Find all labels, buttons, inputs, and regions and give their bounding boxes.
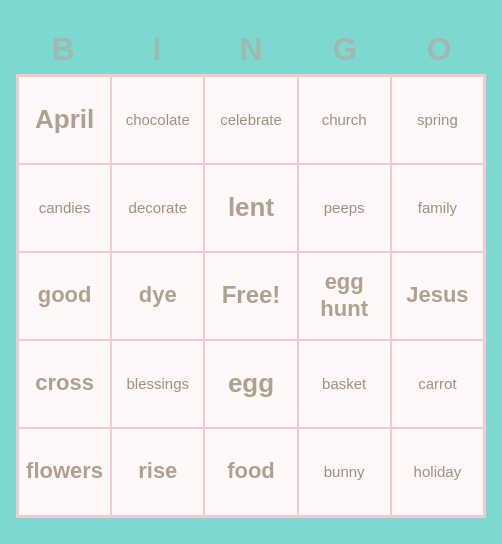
bingo-cell-14: Jesus	[391, 252, 484, 340]
bingo-grid: Aprilchocolatecelebratechurchspringcandi…	[16, 74, 486, 518]
header-letter-i: I	[110, 27, 204, 72]
header-letter-g: G	[298, 27, 392, 72]
bingo-cell-24: holiday	[391, 428, 484, 516]
header-letter-n: N	[204, 27, 298, 72]
bingo-cell-22: food	[204, 428, 297, 516]
bingo-cell-0: April	[18, 76, 111, 164]
bingo-cell-1: chocolate	[111, 76, 204, 164]
bingo-cell-18: basket	[298, 340, 391, 428]
bingo-cell-6: decorate	[111, 164, 204, 252]
bingo-cell-9: family	[391, 164, 484, 252]
bingo-cell-12: Free!	[204, 252, 297, 340]
bingo-header: BINGO	[16, 27, 486, 72]
bingo-cell-13: egg hunt	[298, 252, 391, 340]
bingo-cell-21: rise	[111, 428, 204, 516]
bingo-cell-11: dye	[111, 252, 204, 340]
bingo-cell-16: blessings	[111, 340, 204, 428]
bingo-cell-17: egg	[204, 340, 297, 428]
bingo-cell-7: lent	[204, 164, 297, 252]
bingo-card: BINGO Aprilchocolatecelebratechurchsprin…	[6, 17, 496, 528]
bingo-cell-2: celebrate	[204, 76, 297, 164]
bingo-cell-15: cross	[18, 340, 111, 428]
header-letter-b: B	[16, 27, 110, 72]
bingo-cell-5: candies	[18, 164, 111, 252]
bingo-cell-23: bunny	[298, 428, 391, 516]
bingo-cell-19: carrot	[391, 340, 484, 428]
bingo-cell-4: spring	[391, 76, 484, 164]
bingo-cell-10: good	[18, 252, 111, 340]
header-letter-o: O	[392, 27, 486, 72]
bingo-cell-3: church	[298, 76, 391, 164]
bingo-cell-20: flowers	[18, 428, 111, 516]
bingo-cell-8: peeps	[298, 164, 391, 252]
